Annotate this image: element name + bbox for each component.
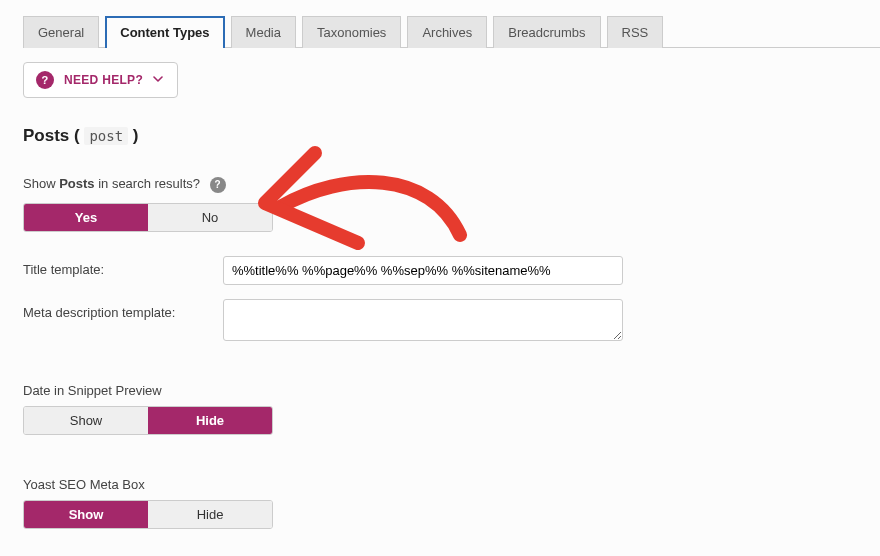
meta-box-label: Yoast SEO Meta Box — [23, 477, 880, 492]
meta-box-toggle: Show Hide — [23, 500, 273, 529]
show-in-results-toggle: Yes No — [23, 203, 273, 232]
tab-archives[interactable]: Archives — [407, 16, 487, 48]
tab-media[interactable]: Media — [231, 16, 296, 48]
show-in-results-no[interactable]: No — [148, 204, 272, 231]
tab-breadcrumbs[interactable]: Breadcrumbs — [493, 16, 600, 48]
date-snippet-toggle: Show Hide — [23, 406, 273, 435]
meta-description-textarea[interactable] — [223, 299, 623, 341]
need-help-label: NEED HELP? — [64, 73, 143, 87]
show-in-results-yes[interactable]: Yes — [24, 204, 148, 231]
question-icon: ? — [36, 71, 54, 89]
date-snippet-hide[interactable]: Hide — [148, 407, 272, 434]
help-icon[interactable]: ? — [210, 177, 226, 193]
title-template-label: Title template: — [23, 256, 223, 277]
tab-general[interactable]: General — [23, 16, 99, 48]
need-help-button[interactable]: ? NEED HELP? — [23, 62, 178, 98]
tab-content-types[interactable]: Content Types — [105, 16, 224, 48]
meta-description-label: Meta description template: — [23, 299, 223, 320]
meta-box-hide[interactable]: Hide — [148, 501, 272, 528]
tab-taxonomies[interactable]: Taxonomies — [302, 16, 401, 48]
section-title-posts: Posts ( post ) — [23, 126, 880, 146]
title-template-input[interactable] — [223, 256, 623, 285]
date-snippet-label: Date in Snippet Preview — [23, 383, 880, 398]
date-snippet-show[interactable]: Show — [24, 407, 148, 434]
meta-box-show[interactable]: Show — [24, 501, 148, 528]
chevron-down-icon — [153, 73, 163, 87]
tab-rss[interactable]: RSS — [607, 16, 664, 48]
settings-tabs: General Content Types Media Taxonomies A… — [23, 0, 880, 48]
show-in-results-label: Show Posts in search results? ? — [23, 176, 880, 193]
